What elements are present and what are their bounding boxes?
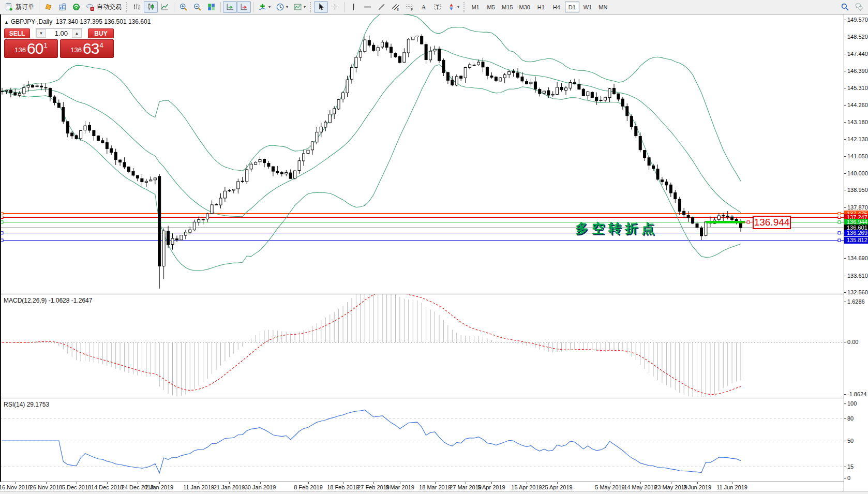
timeframe-m30-button[interactable]: M30	[516, 2, 532, 12]
timeframe-h1-button[interactable]: H1	[534, 2, 548, 12]
cursor-tool-button[interactable]	[314, 1, 328, 13]
candles-layer[interactable]	[1, 34, 742, 289]
rsi-indicator-canvas[interactable]	[0, 398, 844, 482]
market-watch-icon	[44, 3, 53, 11]
sell-button[interactable]: SELL	[4, 28, 30, 38]
one-click-toggle-icon[interactable]: ▲	[4, 20, 9, 25]
chat-icon	[855, 3, 863, 11]
price-tick: 142.130	[844, 136, 868, 143]
market-watch-button[interactable]	[41, 1, 55, 13]
price-tick: 141.050	[844, 153, 868, 160]
date-label: 14 May 2019	[624, 484, 657, 490]
macd-signal-value: -1.2647	[71, 297, 93, 304]
line-handles[interactable]	[1, 212, 841, 242]
chart-window[interactable]: ▲GBPJPY-,Daily 137.340 137.395 136.501 1…	[0, 14, 868, 494]
main-toolbar: 新订单自动交易▾▾▾EFAT▾M1M5M15M30H1H4D1W1MN	[0, 0, 868, 14]
turning-zone-rectangle[interactable]	[706, 221, 745, 223]
date-label: 18 Mar 2019	[419, 484, 451, 490]
date-axis[interactable]: 16 Nov 201826 Nov 20185 Dec 201814 Dec 2…	[0, 482, 844, 491]
zoom-out-button[interactable]	[190, 1, 204, 13]
buy-button[interactable]: BUY	[88, 28, 114, 38]
buy-big-figure: 136	[70, 44, 82, 56]
templates-button[interactable]: ▾	[291, 1, 308, 13]
horizontal-line-tool-button[interactable]	[361, 1, 375, 13]
date-label: 5 Dec 2018	[62, 484, 91, 490]
templates-icon	[293, 3, 302, 11]
fibonacci-tool-button[interactable]: F	[402, 1, 416, 13]
price-level-label: 136.269	[844, 230, 868, 236]
svg-text:F: F	[411, 8, 413, 11]
turning-point-annotation[interactable]: 多空转折点	[575, 220, 658, 237]
community-chat-button[interactable]	[852, 1, 866, 13]
macd-histogram	[2, 294, 741, 397]
sell-quote-button[interactable]: 136601	[4, 39, 58, 58]
chevron-down-icon: ▾	[286, 5, 288, 9]
arrows-tool-button[interactable]: ▾	[444, 1, 462, 13]
auto-scroll-button[interactable]	[223, 1, 237, 13]
timeframe-d1-button[interactable]: D1	[565, 2, 579, 12]
horizontal-line-objects[interactable]	[0, 214, 844, 241]
price-tick: 148.520	[844, 34, 868, 40]
toolbar-grip	[126, 2, 127, 12]
macd-label: MACD(12,26,9) -1.0628 -1.2647	[4, 297, 92, 304]
sell-price: 60	[27, 41, 43, 56]
price-tick: 145.310	[844, 85, 868, 92]
trendline-icon	[377, 3, 386, 11]
buy-pip: 4	[99, 40, 103, 49]
text-label-tool-button[interactable]: T	[430, 1, 444, 13]
navigator-button[interactable]	[69, 1, 83, 13]
macd-indicator-canvas[interactable]	[0, 294, 844, 397]
date-label: 30 Jan 2019	[245, 484, 276, 490]
volume-decrease-button[interactable]: ▼	[36, 29, 46, 38]
label-icon: T	[433, 3, 442, 11]
price-callout[interactable]: 136.944	[753, 216, 791, 229]
date-label: 5 Apr 2019	[477, 484, 505, 490]
search-button[interactable]	[838, 1, 852, 13]
volume-increase-button[interactable]: ▲	[72, 29, 82, 38]
toolbar-separator	[253, 2, 253, 12]
timeframe-w1-button[interactable]: W1	[580, 2, 595, 12]
chevron-down-icon: ▾	[457, 5, 459, 9]
timeframe-h4-button[interactable]: H4	[549, 2, 564, 12]
candlestick-mode-button[interactable]	[144, 1, 158, 13]
price-tick: 147.440	[844, 51, 868, 57]
fibo-icon: F	[405, 3, 414, 11]
plot-left-border	[0, 14, 1, 482]
date-label: 2 Jan 2019	[145, 484, 173, 490]
timeframe-m1-button[interactable]: M1	[468, 2, 483, 12]
volume-input[interactable]: 1.00	[46, 29, 72, 38]
zoom-in-button[interactable]	[176, 1, 190, 13]
chart-shift-button[interactable]	[237, 1, 251, 13]
bar-chart-mode-button[interactable]	[130, 1, 144, 13]
date-label: 8 Mar 2019	[385, 484, 414, 490]
periods-icon	[276, 3, 285, 11]
pane-divider[interactable]	[0, 293, 844, 293]
date-label: 5 May 2019	[595, 484, 624, 490]
tile-windows-button[interactable]	[204, 1, 218, 13]
line-chart-mode-button[interactable]	[158, 1, 172, 13]
price-tick: 140.000	[844, 170, 868, 177]
price-tick: 132.560	[844, 289, 868, 296]
pane-divider[interactable]	[0, 397, 844, 397]
timeframe-m15-button[interactable]: M15	[499, 2, 515, 12]
timeframe-mn-button[interactable]: MN	[596, 2, 610, 12]
data-window-button[interactable]	[55, 1, 69, 13]
text-tool-button[interactable]: A	[416, 1, 430, 13]
periods-button[interactable]: ▾	[273, 1, 291, 13]
price-axis[interactable]: 149.570148.520147.440146.390145.310144.2…	[844, 14, 868, 491]
equidistant-channel-tool-button[interactable]: E	[388, 1, 402, 13]
channel-icon: E	[391, 3, 400, 11]
hline-icon	[363, 3, 372, 11]
indicators-button[interactable]: ▾	[256, 1, 273, 13]
buy-quote-button[interactable]: 136634	[60, 39, 114, 58]
tile-windows-icon	[207, 3, 216, 11]
date-label: 11 Jan 2019	[183, 484, 214, 490]
crosshair-tool-button[interactable]	[328, 1, 342, 13]
autotrading-button[interactable]: 自动交易	[83, 1, 124, 13]
new-order-button[interactable]: 新订单	[2, 1, 37, 13]
vertical-line-tool-button[interactable]	[347, 1, 361, 13]
timeframe-m5-button[interactable]: M5	[484, 2, 498, 12]
date-label: 23 May 2019	[654, 484, 687, 490]
price-chart-canvas[interactable]	[0, 14, 844, 293]
trendline-tool-button[interactable]	[375, 1, 388, 13]
